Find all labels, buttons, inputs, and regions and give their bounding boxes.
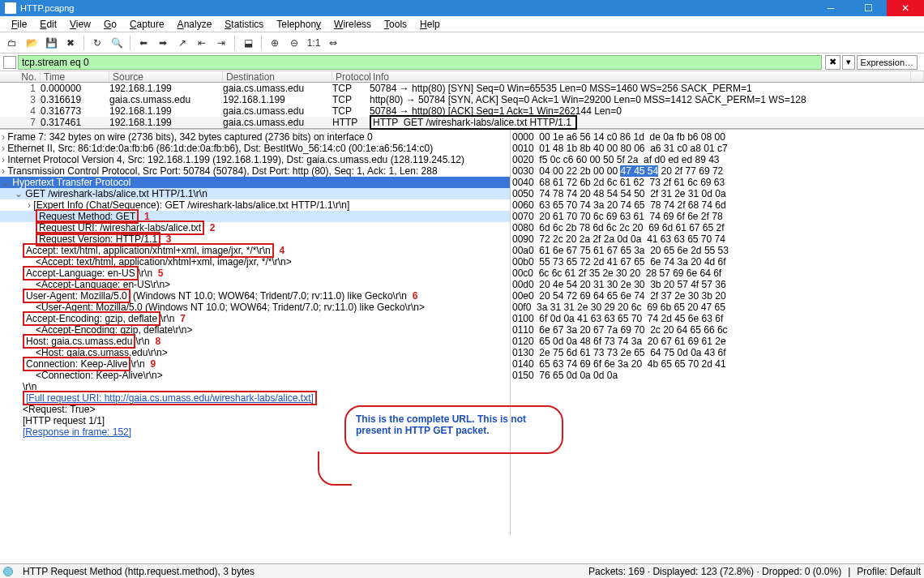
toolbar-open-icon[interactable]: 📂 — [23, 34, 41, 52]
filter-bar: ✖ ▾ Expression… — [0, 54, 924, 71]
bookmark-icon[interactable] — [3, 56, 16, 69]
close-button[interactable]: ✕ — [887, 0, 924, 16]
menu-analyze[interactable]: Analyze — [171, 18, 219, 31]
expression-button[interactable]: Expression… — [857, 55, 918, 70]
toolbar-zoom1-icon[interactable]: 1:1 — [305, 34, 323, 52]
col-source[interactable]: Source — [109, 71, 223, 82]
status-packet-count: Packets: 169 · Displayed: 123 (72.8%) · … — [588, 566, 841, 577]
status-profile[interactable]: Profile: Default — [857, 566, 921, 577]
window-titlebar: HTTP.pcapng ─ ☐ ✕ — [0, 0, 924, 16]
toolbar-zoomin-icon[interactable]: ⊕ — [266, 34, 284, 52]
status-bar: HTTP Request Method (http.request.method… — [0, 563, 924, 578]
detail-accept[interactable]: Accept: text/html, application/xhtml+xml… — [0, 245, 510, 256]
detail-http[interactable]: Hypertext Transfer Protocol — [0, 177, 510, 188]
toolbar-new-icon[interactable]: 🗀 — [3, 34, 21, 52]
minimize-button[interactable]: ─ — [812, 0, 849, 16]
maximize-button[interactable]: ☐ — [849, 0, 887, 16]
detail-conn[interactable]: Connection: Keep-Alive\r\n 9 — [0, 358, 510, 370]
menu-telephony[interactable]: Telephony — [270, 18, 327, 31]
annotation-callout: This is the complete URL. This is not pr… — [344, 405, 563, 454]
packet-list[interactable]: 10.000000192.168.1.199gaia.cs.umass.eduT… — [0, 83, 924, 128]
wireshark-icon — [5, 2, 16, 14]
packet-row[interactable]: 10.000000192.168.1.199gaia.cs.umass.eduT… — [0, 83, 924, 94]
col-info[interactable]: Info — [370, 71, 911, 82]
packet-row[interactable]: 70.317461192.168.1.199gaia.cs.umass.eduH… — [0, 117, 924, 128]
detail-ethernet[interactable]: Ethernet II, Src: 86:1d:de:0a:fb:b6 (86:… — [0, 143, 510, 154]
detail-tcp[interactable]: Transmission Control Protocol, Src Port:… — [0, 165, 510, 177]
menu-tools[interactable]: Tools — [378, 18, 413, 31]
detail-ua[interactable]: User-Agent: Mozilla/5.0 (Windows NT 10.0… — [0, 290, 510, 302]
detail-ip[interactable]: Internet Protocol Version 4, Src: 192.16… — [0, 154, 510, 165]
toolbar-save-icon[interactable]: 💾 — [42, 34, 60, 52]
toolbar-first-icon[interactable]: ⇤ — [193, 34, 211, 52]
menu-go[interactable]: Go — [97, 18, 123, 31]
clear-filter-button[interactable]: ✖ — [825, 55, 841, 70]
menu-bar: File Edit View Go Capture Analyze Statis… — [0, 16, 924, 32]
packet-details[interactable]: Frame 7: 342 bytes on wire (2736 bits), … — [0, 130, 511, 535]
menu-file[interactable]: File — [5, 18, 33, 31]
toolbar-zoomout-icon[interactable]: ⊖ — [285, 34, 303, 52]
toolbar-back-icon[interactable]: ⬅ — [135, 34, 152, 52]
toolbar: 🗀 📂 💾 ✖ ↻ 🔍 ⬅ ➡ ↗ ⇤ ⇥ ⬓ ⊕ ⊖ 1:1 ⇔ — [0, 32, 924, 54]
detail-lang[interactable]: Accept-Language: en-US\r\n 5 — [0, 268, 510, 279]
apply-filter-button[interactable]: ▾ — [842, 55, 855, 70]
menu-capture[interactable]: Capture — [123, 18, 171, 31]
window-title: HTTP.pcapng — [20, 3, 812, 13]
toolbar-goto-icon[interactable]: ↗ — [173, 34, 191, 52]
toolbar-resize-icon[interactable]: ⇔ — [324, 34, 342, 52]
toolbar-reload-icon[interactable]: ↻ — [88, 34, 106, 52]
detail-get[interactable]: GET /wireshark-labs/alice.txt HTTP/1.1\r… — [0, 188, 510, 199]
toolbar-autoscroll-icon[interactable]: ⬓ — [239, 34, 257, 52]
menu-help[interactable]: Help — [413, 18, 447, 31]
col-protocol[interactable]: Protocol — [332, 71, 370, 82]
packet-list-header: No. Time Source Destination Protocol Inf… — [0, 71, 924, 83]
packet-row[interactable]: 30.316619gaia.cs.umass.edu192.168.1.199T… — [0, 94, 924, 105]
detail-host[interactable]: Host: gaia.cs.umass.edu\r\n 8 — [0, 336, 510, 347]
packet-bytes[interactable]: 0000 00 1e a6 56 14 c0 86 1d de 0a fb b6… — [511, 130, 924, 535]
menu-wireless[interactable]: Wireless — [327, 18, 378, 31]
col-time[interactable]: Time — [41, 71, 109, 82]
menu-statistics[interactable]: Statistics — [218, 18, 270, 31]
display-filter-input[interactable] — [18, 55, 822, 70]
menu-edit[interactable]: Edit — [33, 18, 63, 31]
status-field-info: HTTP Request Method (http.request.method… — [23, 566, 255, 577]
toolbar-last-icon[interactable]: ⇥ — [212, 34, 230, 52]
menu-view[interactable]: View — [63, 18, 97, 31]
detail-frame[interactable]: Frame 7: 342 bytes on wire (2736 bits), … — [0, 131, 510, 143]
detail-full-uri[interactable]: [Full request URI: http://gaia.cs.umass.… — [0, 392, 510, 404]
col-destination[interactable]: Destination — [223, 71, 332, 82]
col-no[interactable]: No. — [0, 71, 41, 82]
toolbar-forward-icon[interactable]: ➡ — [154, 34, 172, 52]
detail-enc[interactable]: Accept-Encoding: gzip, deflate\r\n 7 — [0, 313, 510, 324]
detail-conn-sub[interactable]: <Connection: Keep-Alive\r\n> — [0, 370, 510, 381]
toolbar-close-icon[interactable]: ✖ — [62, 34, 79, 52]
toolbar-search-icon[interactable]: 🔍 — [108, 34, 126, 52]
expert-indicator-icon[interactable] — [3, 567, 13, 576]
